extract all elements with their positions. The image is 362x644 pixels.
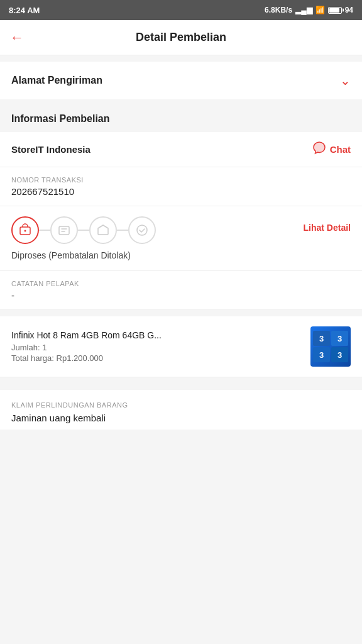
chat-button[interactable]: Chat [312,141,351,158]
transaction-label: NOMOR TRANSAKSI [11,176,351,184]
informasi-header: Informasi Pembelian [0,106,362,132]
chat-label: Chat [330,144,351,155]
catatan-label: CATATAN PELAPAK [11,280,351,287]
divider-2 [0,99,362,106]
battery-level: 94 [345,6,353,14]
status-row: Diproses (Pembatalan Ditolak) Lihat Deta… [0,206,362,271]
product-info: Infinix Hot 8 Ram 4GB Rom 64GB G... Juml… [11,330,302,363]
store-name: StoreIT Indonesia [11,144,90,155]
status-step-2 [50,216,78,244]
divider-3 [0,310,362,316]
status-step-4 [128,216,156,244]
connector-2 [78,230,89,231]
product-price: Total harga: Rp1.200.000 [11,353,302,363]
network-speed: 6.8KB/s [265,6,292,14]
product-image: 3 3 3 3 [310,326,351,367]
status-bar-right: 6.8KB/s ▂▄▆ 📶 94 [265,6,353,14]
connector-1 [39,230,50,231]
store-row: StoreIT Indonesia Chat [0,132,362,167]
svg-point-1 [25,230,26,232]
svg-point-3 [137,225,147,235]
status-text: Diproses (Pembatalan Ditolak) [11,250,304,260]
status-icons [11,216,304,244]
klaim-value: Jaminan uang kembali [11,413,351,423]
product-qty: Jumlah: 1 [11,343,302,352]
svg-rect-2 [59,226,69,235]
time: 8:24 AM [9,6,40,15]
catatan-row: CATATAN PELAPAK - [0,271,362,310]
transaction-row: NOMOR TRANSAKSI 202667521510 [0,167,362,206]
transaction-number: 202667521510 [11,186,351,197]
divider-5 [0,384,362,390]
catatan-value: - [11,290,351,301]
status-step-3 [89,216,117,244]
status-step-1 [11,216,39,244]
chevron-down-icon: ⌄ [340,73,351,88]
status-left: Diproses (Pembatalan Ditolak) [11,216,304,260]
back-button[interactable]: ← [10,30,24,46]
klaim-label: KLAIM PERLINDUNGAN BARANG [11,401,351,409]
wifi-icon: 📶 [315,6,325,14]
alamat-label: Alamat Pengiriman [11,75,102,86]
signal-icon: ▂▄▆ [295,6,312,14]
status-bar: 8:24 AM 6.8KB/s ▂▄▆ 📶 94 [0,0,362,20]
chat-icon [312,141,326,158]
divider-1 [0,55,362,62]
battery-icon [328,7,342,14]
alamat-pengiriman-row[interactable]: Alamat Pengiriman ⌄ [0,62,362,99]
product-name: Infinix Hot 8 Ram 4GB Rom 64GB G... [11,330,302,340]
informasi-header-text: Informasi Pembelian [11,113,110,124]
divider-4 [0,377,362,384]
lihat-detail-button[interactable]: Lihat Detail [304,216,351,233]
top-nav: ← Detail Pembelian [0,20,362,55]
product-row: Infinix Hot 8 Ram 4GB Rom 64GB G... Juml… [0,316,362,377]
page-title: Detail Pembelian [31,31,331,44]
connector-3 [117,230,128,231]
klaim-section: KLAIM PERLINDUNGAN BARANG Jaminan uang k… [0,390,362,430]
